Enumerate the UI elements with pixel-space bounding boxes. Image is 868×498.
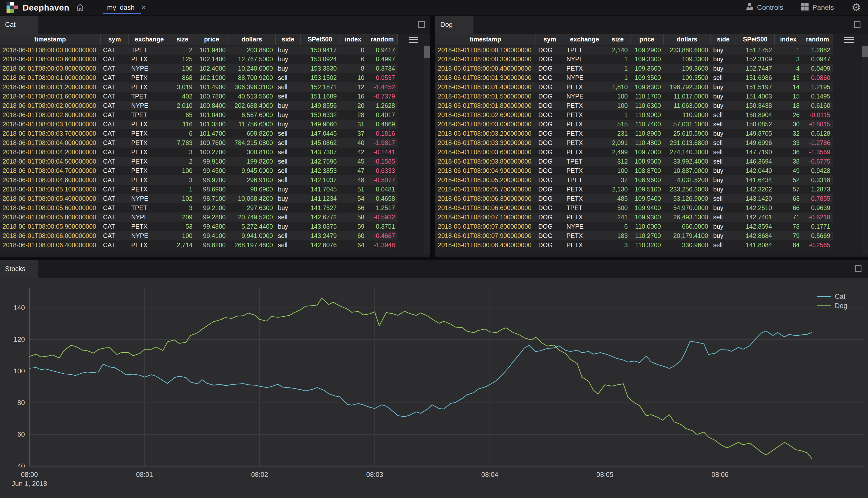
panels-button[interactable]: Panels (801, 3, 834, 13)
column-header-sym[interactable]: sym (101, 34, 129, 45)
table-row[interactable]: 2018-06-01T08:00:07.800000000DOGNYPE6110… (435, 222, 833, 231)
table-row[interactable]: 2018-06-01T08:00:01.400000000DOGPETX1,81… (435, 82, 833, 92)
cell-sym: DOG (536, 101, 564, 110)
table-row[interactable]: 2018-06-01T08:00:01.800000000DOGPETX1001… (435, 101, 833, 110)
table-row[interactable]: 2018-06-01T08:00:01.300000000DOGNYPE1109… (435, 73, 833, 82)
table-row[interactable]: 2018-06-01T08:00:02.000000000CATNYPE2,01… (0, 101, 397, 110)
logo-square (6, 9, 10, 13)
maximize-panel-icon[interactable] (854, 21, 860, 28)
table-row[interactable]: 2018-06-01T08:00:00.400000000DOGPETX1109… (435, 64, 833, 73)
table-row[interactable]: 2018-06-01T08:00:00.300000000DOGNYPE1109… (435, 54, 833, 64)
table-row[interactable]: 2018-06-01T08:00:00.600000000CATPETX1251… (0, 54, 397, 64)
legend-label-dog[interactable]: Dog (835, 302, 847, 310)
table-row[interactable]: 2018-06-01T08:00:05.100000000CATPETX198.… (0, 185, 397, 194)
dog-table[interactable]: timestampsymexchangesizepricedollarsside… (435, 34, 833, 250)
table-row[interactable]: 2018-06-01T08:00:00.100000000DOGTPET2,14… (435, 45, 833, 54)
table-row[interactable]: 2018-06-01T08:00:01.500000000DOGNYPE1001… (435, 92, 833, 101)
table-menu-icon[interactable] (844, 37, 854, 43)
legend-label-cat[interactable]: Cat (835, 293, 846, 300)
table-menu-icon[interactable] (409, 37, 418, 43)
table-row[interactable]: 2018-06-01T08:00:04.700000000CATPETX1009… (0, 166, 397, 175)
dog-table-panel: Dog timestampsymexchangesizepricedollars… (435, 16, 868, 257)
cell-dollars: 9,945.0000 (228, 166, 275, 175)
table-row[interactable]: 2018-06-01T08:00:07.900000000DOGPETX1831… (435, 231, 833, 240)
controls-button[interactable]: Controls (745, 3, 783, 13)
table-row[interactable]: 2018-06-01T08:00:06.000000000CATNYPE1009… (0, 231, 397, 240)
tab-stocks[interactable]: Stocks (0, 260, 38, 278)
table-row[interactable]: 2018-06-01T08:00:05.400000000CATNYPE1029… (0, 194, 397, 203)
cell-sym: DOG (536, 240, 564, 250)
logo-square (6, 2, 10, 5)
column-header-timestamp[interactable]: timestamp (0, 34, 101, 45)
column-header-side[interactable]: side (275, 34, 301, 45)
column-header-dollars[interactable]: dollars (228, 34, 275, 45)
dog-table-scrollbar[interactable] (862, 45, 868, 254)
cell-price: 99.2100 (195, 203, 228, 212)
table-row[interactable]: 2018-06-01T08:00:04.500000000CATPETX299.… (0, 157, 397, 166)
table-row[interactable]: 2018-06-01T08:00:03.200000000DOGPETX2311… (435, 129, 833, 138)
table-row[interactable]: 2018-06-01T08:00:07.100000000DOGPETX2411… (435, 212, 833, 222)
table-row[interactable]: 2018-06-01T08:00:01.200000000CATPETX3,01… (0, 82, 397, 92)
column-header-size[interactable]: size (605, 34, 630, 45)
table-row[interactable]: 2018-06-01T08:00:05.200000000DOGTPET3710… (435, 175, 833, 185)
column-header-price[interactable]: price (195, 34, 228, 45)
table-row[interactable]: 2018-06-01T08:00:02.600000000DOGPETX1110… (435, 110, 833, 120)
maximize-panel-icon[interactable] (418, 21, 425, 28)
column-header-random[interactable]: random (367, 34, 397, 45)
cell-dollars: 26,493.1300 (663, 212, 711, 222)
table-row[interactable]: 2018-06-01T08:00:04.000000000CATPETX7,78… (0, 138, 397, 147)
column-header-index[interactable]: index (339, 34, 367, 45)
table-row[interactable]: 2018-06-01T08:00:00.800000000CATNYPE1001… (0, 64, 397, 73)
column-header-spet500[interactable]: SPet500 (301, 34, 339, 45)
column-header-price[interactable]: price (630, 34, 663, 45)
column-header-spet500[interactable]: SPet500 (736, 34, 775, 45)
table-row[interactable]: 2018-06-01T08:00:03.800000000DOGTPET3121… (435, 157, 833, 166)
table-row[interactable]: 2018-06-01T08:00:06.400000000CATPETX2,71… (0, 240, 397, 250)
column-header-sym[interactable]: sym (536, 34, 564, 45)
home-icon[interactable] (76, 3, 84, 12)
table-row[interactable]: 2018-06-01T08:00:08.400000000DOGPETX3110… (435, 240, 833, 250)
scrollbar-thumb[interactable] (862, 46, 868, 57)
tab-cat[interactable]: Cat (0, 16, 38, 34)
tab-stocks-label: Stocks (5, 265, 25, 273)
column-header-index[interactable]: index (775, 34, 802, 45)
table-row[interactable]: 2018-06-01T08:00:05.600000000CATTPET399.… (0, 203, 397, 212)
table-row[interactable]: 2018-06-01T08:00:04.900000000DOGPETX1001… (435, 166, 833, 175)
cell-price: 101.0400 (195, 110, 228, 120)
table-row[interactable]: 2018-06-01T08:00:03.700000000CATPETX6101… (0, 129, 397, 138)
settings-gear-icon[interactable]: ⚙ (852, 2, 861, 13)
column-header-side[interactable]: side (711, 34, 736, 45)
column-header-size[interactable]: size (170, 34, 195, 45)
table-row[interactable]: 2018-06-01T08:00:02.800000000CATTPET6510… (0, 110, 397, 120)
maximize-panel-icon[interactable] (855, 265, 862, 272)
table-row[interactable]: 2018-06-01T08:00:04.800000000CATPETX398.… (0, 175, 397, 185)
table-row[interactable]: 2018-06-01T08:00:01.600000000CATTPET4021… (0, 92, 397, 101)
cat-table-scrollbar[interactable] (424, 45, 430, 254)
column-header-random[interactable]: random (802, 34, 833, 45)
table-row[interactable]: 2018-06-01T08:00:05.900000000CATPETX5399… (0, 222, 397, 231)
table-row[interactable]: 2018-06-01T08:00:03.600000000DOGPETX2,49… (435, 147, 833, 157)
table-row[interactable]: 2018-06-01T08:00:06.600000000DOGTPET5001… (435, 203, 833, 212)
scrollbar-thumb[interactable] (424, 46, 430, 58)
table-row[interactable]: 2018-06-01T08:00:01.000000000CATPETX8681… (0, 73, 397, 82)
table-row[interactable]: 2018-06-01T08:00:00.000000000CATTPET2101… (0, 45, 397, 54)
dashboard-tab-my-dash[interactable]: my_dash ✕ (107, 0, 146, 15)
table-row[interactable]: 2018-06-01T08:00:03.100000000CATPETX1161… (0, 120, 397, 129)
column-header-dollars[interactable]: dollars (663, 34, 711, 45)
close-tab-icon[interactable]: ✕ (141, 4, 146, 11)
cat-table[interactable]: timestampsymexchangesizepricedollarsside… (0, 34, 398, 250)
column-header-exchange[interactable]: exchange (564, 34, 605, 45)
table-row[interactable]: 2018-06-01T08:00:05.800000000CATNYPE2099… (0, 212, 397, 222)
column-header-exchange[interactable]: exchange (129, 34, 170, 45)
tab-dog[interactable]: Dog (435, 16, 473, 34)
cell-price: 99.4100 (195, 231, 228, 240)
column-header-timestamp[interactable]: timestamp (435, 34, 536, 45)
table-row[interactable]: 2018-06-01T08:00:04.200000000CATPETX3100… (0, 147, 397, 157)
table-row[interactable]: 2018-06-01T08:00:05.700000000DOGPETX2,13… (435, 185, 833, 194)
stocks-line-chart[interactable]: 40608010012014008:0008:0108:0208:0308:04… (0, 278, 868, 498)
cell-dollars: 25,615.5900 (663, 129, 711, 138)
table-row[interactable]: 2018-06-01T08:00:03.300000000DOGPETX2,09… (435, 138, 833, 147)
cell-side: sell (275, 73, 301, 82)
table-row[interactable]: 2018-06-01T08:00:06.300000000DOGPETX4851… (435, 194, 833, 203)
table-row[interactable]: 2018-06-01T08:00:03.000000000DOGPETX5151… (435, 120, 833, 129)
